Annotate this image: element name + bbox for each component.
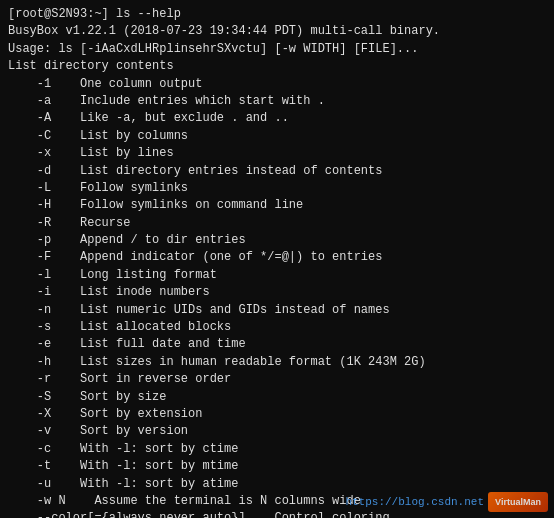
watermark-url: https://blog.csdn.net	[345, 496, 484, 508]
terminal-line-opt21: -v Sort by version	[8, 423, 546, 440]
terminal-line-opt16: -e List full date and time	[8, 336, 546, 353]
terminal-line-desc: List directory contents	[8, 58, 546, 75]
terminal-line-opt6: -d List directory entries instead of con…	[8, 163, 546, 180]
terminal-line-opt24: -u With -l: sort by atime	[8, 476, 546, 493]
watermark-logo: VirtualMan	[488, 492, 548, 512]
terminal-line-opt19: -S Sort by size	[8, 389, 546, 406]
terminal-line-opt12: -l Long listing format	[8, 267, 546, 284]
terminal-line-opt23: -t With -l: sort by mtime	[8, 458, 546, 475]
terminal-line-opt15: -s List allocated blocks	[8, 319, 546, 336]
terminal-line-opt10: -p Append / to dir entries	[8, 232, 546, 249]
terminal-line-opt1: -1 One column output	[8, 76, 546, 93]
terminal-window: [root@S2N93:~] ls --helpBusyBox v1.22.1 …	[0, 0, 554, 518]
terminal-line-opt5: -x List by lines	[8, 145, 546, 162]
terminal-line-opt14: -n List numeric UIDs and GIDs instead of…	[8, 302, 546, 319]
terminal-line-opt4: -C List by columns	[8, 128, 546, 145]
terminal-line-opt8: -H Follow symlinks on command line	[8, 197, 546, 214]
terminal-line-opt13: -i List inode numbers	[8, 284, 546, 301]
watermark: https://blog.csdn.net VirtualMan	[345, 492, 548, 512]
terminal-line-opt17: -h List sizes in human readable format (…	[8, 354, 546, 371]
terminal-line-opt18: -r Sort in reverse order	[8, 371, 546, 388]
terminal-line-opt22: -c With -l: sort by ctime	[8, 441, 546, 458]
terminal-line-opt3: -A Like -a, but exclude . and ..	[8, 110, 546, 127]
terminal-line-busybox: BusyBox v1.22.1 (2018-07-23 19:34:44 PDT…	[8, 23, 546, 40]
terminal-line-usage: Usage: ls [-iAaCxdLHRplinsehrSXvctu] [-w…	[8, 41, 546, 58]
terminal-line-opt9: -R Recurse	[8, 215, 546, 232]
terminal-line-prompt: [root@S2N93:~] ls --help	[8, 6, 546, 23]
terminal-line-opt20: -X Sort by extension	[8, 406, 546, 423]
terminal-line-opt2: -a Include entries which start with .	[8, 93, 546, 110]
terminal-line-opt7: -L Follow symlinks	[8, 180, 546, 197]
terminal-line-opt11: -F Append indicator (one of */=@|) to en…	[8, 249, 546, 266]
